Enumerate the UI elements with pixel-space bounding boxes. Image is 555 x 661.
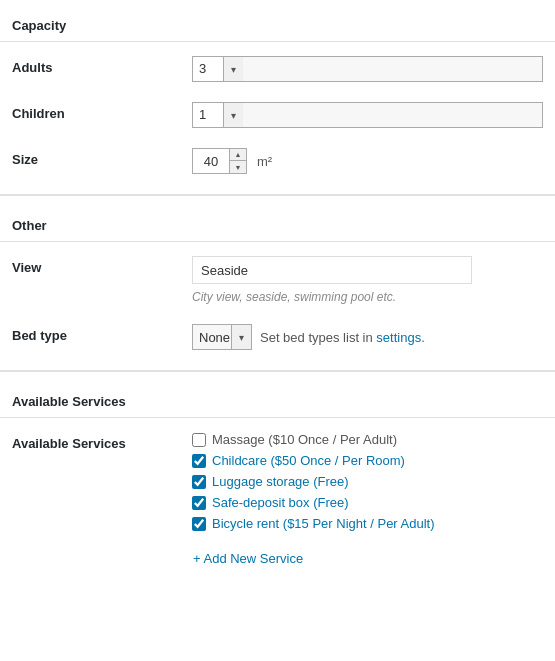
- service-label-2: Luggage storage (Free): [212, 474, 349, 489]
- view-field-row: View City view, seaside, swimming pool e…: [0, 246, 555, 314]
- service-item-2: Luggage storage (Free): [192, 474, 543, 489]
- service-item-4: Bicycle rent ($15 Per Night / Per Adult): [192, 516, 543, 531]
- size-unit: m²: [257, 154, 272, 169]
- adults-field-row: Adults 3: [0, 46, 555, 92]
- adults-select-wrapper: 3: [192, 56, 543, 82]
- size-label: Size: [12, 148, 192, 167]
- children-select-wrapper: 1: [192, 102, 543, 128]
- view-input[interactable]: [192, 256, 472, 284]
- size-field-row: Size 40 ▲ ▼ m²: [0, 138, 555, 184]
- children-control: 1: [192, 102, 543, 128]
- available-services-title: Available Services: [0, 386, 555, 418]
- service-checkbox-2[interactable]: [192, 475, 206, 489]
- service-label-4: Bicycle rent ($15 Per Night / Per Adult): [212, 516, 435, 531]
- size-input-group: 40 ▲ ▼ m²: [192, 148, 543, 174]
- other-title: Other: [0, 210, 555, 242]
- view-hint: City view, seaside, swimming pool etc.: [192, 290, 543, 304]
- service-checkbox-3[interactable]: [192, 496, 206, 510]
- children-label: Children: [12, 102, 192, 121]
- available-services-section: Available Services Available Services Ma…: [0, 376, 555, 578]
- size-control: 40 ▲ ▼ m²: [192, 148, 543, 174]
- view-label: View: [12, 256, 192, 275]
- bed-type-control: None ▾ Set bed types list in settings.: [192, 324, 543, 350]
- service-item-0: Massage ($10 Once / Per Adult): [192, 432, 543, 447]
- size-increment-button[interactable]: ▲: [230, 149, 246, 161]
- bed-type-label: Bed type: [12, 324, 192, 343]
- other-section: Other View City view, seaside, swimming …: [0, 200, 555, 372]
- size-spinner-arrows: ▲ ▼: [229, 149, 246, 173]
- service-item-1: Childcare ($50 Once / Per Room): [192, 453, 543, 468]
- services-control: Massage ($10 Once / Per Adult)Childcare …: [192, 432, 543, 531]
- children-value: 1: [193, 103, 223, 127]
- size-spinner[interactable]: 40 ▲ ▼: [192, 148, 247, 174]
- size-value[interactable]: 40: [193, 152, 229, 171]
- bed-type-select[interactable]: None: [193, 325, 251, 349]
- bed-type-settings-link[interactable]: settings: [376, 330, 421, 345]
- service-checkbox-0[interactable]: [192, 433, 206, 447]
- service-checkbox-4[interactable]: [192, 517, 206, 531]
- bed-type-hint-text: Set bed types list in: [260, 330, 373, 345]
- bed-type-settings-hint: Set bed types list in settings.: [260, 330, 425, 345]
- bed-type-field-row: Bed type None ▾ Set bed types list in se…: [0, 314, 555, 360]
- services-field-row: Available Services Massage ($10 Once / P…: [0, 422, 555, 541]
- adults-value: 3: [193, 57, 223, 81]
- size-decrement-button[interactable]: ▼: [230, 161, 246, 173]
- add-service-link[interactable]: + Add New Service: [193, 551, 303, 578]
- service-item-3: Safe-deposit box (Free): [192, 495, 543, 510]
- adults-control: 3: [192, 56, 543, 82]
- bed-type-row: None ▾ Set bed types list in settings.: [192, 324, 543, 350]
- service-label-1: Childcare ($50 Once / Per Room): [212, 453, 405, 468]
- adults-dropdown-button[interactable]: [223, 57, 243, 81]
- service-label-0: Massage ($10 Once / Per Adult): [212, 432, 397, 447]
- bed-type-hint-suffix: .: [421, 330, 425, 345]
- service-label-3: Safe-deposit box (Free): [212, 495, 349, 510]
- children-field-row: Children 1: [0, 92, 555, 138]
- children-dropdown-button[interactable]: [223, 103, 243, 127]
- capacity-section: Capacity Adults 3 Children 1 Size 40: [0, 0, 555, 196]
- view-control: City view, seaside, swimming pool etc.: [192, 256, 543, 304]
- bed-type-select-wrapper[interactable]: None ▾: [192, 324, 252, 350]
- adults-label: Adults: [12, 56, 192, 75]
- service-checkbox-1[interactable]: [192, 454, 206, 468]
- services-checkbox-list: Massage ($10 Once / Per Adult)Childcare …: [192, 432, 543, 531]
- services-label: Available Services: [12, 432, 192, 451]
- capacity-title: Capacity: [0, 10, 555, 42]
